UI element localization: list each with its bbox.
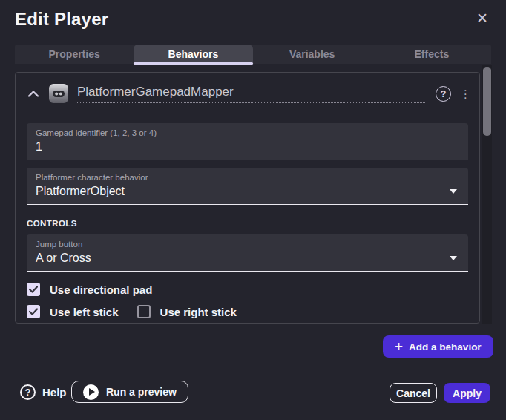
jump-button-value: A or Cross [36,252,459,265]
add-behavior-label: Add a behavior [409,341,482,352]
character-behavior-select[interactable]: Platformer character behavior Platformer… [27,168,468,205]
tab-effects[interactable]: Effects [372,45,491,64]
behavior-card: PlatformerGamepadMapper ? ⋮ Gamepad iden… [15,72,480,324]
collapse-chevron-icon[interactable] [27,88,40,99]
behavior-help-icon[interactable]: ? [436,86,451,102]
character-behavior-label: Platformer character behavior [36,173,459,182]
use-left-stick-label: Use left stick [50,306,119,318]
controls-section-heading: CONTROLS [27,219,468,228]
plus-icon: + [395,339,403,353]
use-right-stick-checkbox[interactable] [137,305,151,318]
behavior-name-input[interactable]: PlatformerGamepadMapper [77,85,425,103]
gamepad-identifier-value: 1 [36,140,459,154]
tab-properties[interactable]: Properties [15,45,134,64]
play-icon [83,384,99,400]
jump-button-label: Jump button [36,240,459,249]
gamepad-identifier-label: Gamepad identifier (1, 2, 3 or 4) [36,128,459,137]
directional-pad-row: Use directional pad [27,283,468,296]
help-icon: ? [20,384,36,400]
chevron-down-icon [450,256,457,260]
cancel-button[interactable]: Cancel [390,383,437,403]
use-left-stick-checkbox[interactable] [27,305,40,318]
sticks-row: Use left stick Use right stick [27,305,468,318]
gamepad-identifier-field[interactable]: Gamepad identifier (1, 2, 3 or 4) 1 [27,123,468,160]
run-preview-button[interactable]: Run a preview [71,381,188,403]
scrollbar-thumb[interactable] [483,67,491,136]
gamepad-icon [49,84,68,103]
behavior-card-header: PlatformerGamepadMapper ? ⋮ [16,73,479,103]
page-title: Edit Player [15,9,108,30]
chevron-down-icon [450,189,457,194]
help-button[interactable]: ? Help [20,384,67,400]
apply-button[interactable]: Apply [444,383,490,403]
close-icon[interactable]: ✕ [476,11,488,25]
use-right-stick-label: Use right stick [160,306,237,318]
scrollbar-track[interactable] [482,65,492,324]
jump-button-select[interactable]: Jump button A or Cross [27,234,468,272]
character-behavior-value: PlatformerObject [36,185,459,198]
help-label: Help [42,386,67,398]
use-directional-pad-label: Use directional pad [50,283,152,296]
use-directional-pad-checkbox[interactable] [27,283,40,296]
behavior-card-body: Gamepad identifier (1, 2, 3 or 4) 1 Plat… [16,123,479,318]
tab-bar: Properties Behaviors Variables Effects [15,45,491,64]
run-preview-label: Run a preview [106,386,177,398]
behavior-menu-icon[interactable]: ⋮ [460,88,470,99]
add-behavior-button[interactable]: + Add a behavior [383,335,493,358]
tab-behaviors[interactable]: Behaviors [134,45,252,64]
tab-variables[interactable]: Variables [253,45,372,64]
